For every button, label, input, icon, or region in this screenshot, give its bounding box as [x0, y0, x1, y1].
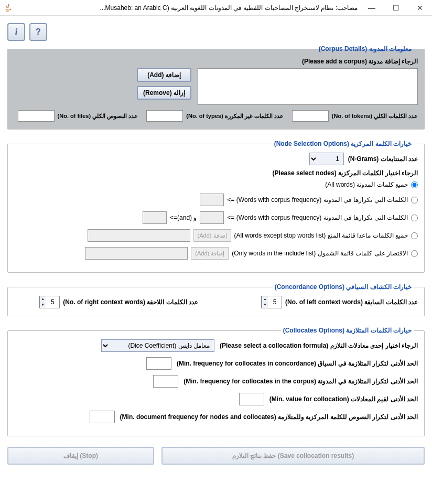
- ngrams-select[interactable]: 1: [309, 153, 344, 165]
- include-add-button[interactable]: إضافة (Add): [191, 247, 229, 260]
- include-path-input[interactable]: [85, 247, 188, 260]
- maximize-button[interactable]: ☐: [384, 0, 408, 16]
- min-conc-label: الحد الأدنى لتكرار المتلازمة في السياق (…: [177, 360, 418, 367]
- chevron-up-icon[interactable]: ▲: [262, 296, 268, 302]
- formula-label: الرجاء اختيار إحدى معادلات التلازم (Plea…: [220, 342, 418, 349]
- help-button[interactable]: ?: [29, 23, 47, 41]
- conc-legend: خيارات الكشاف السياقي (Concordance Optio…: [273, 283, 414, 291]
- chevron-down-icon[interactable]: ▼: [40, 302, 46, 308]
- left-context-input[interactable]: [268, 296, 282, 308]
- collocates-group: خيارات الكلمات المتلازمة (Collocates Opt…: [7, 327, 425, 436]
- tokens-label: عدد الكلمات الكلي (No. of tokens): [332, 113, 418, 120]
- window-title: مصاحب: نظام لاستخراج المصاحبات اللفظية ف…: [17, 4, 360, 12]
- please-select-nodes-label: الرجاء اختيار الكلمات المركزية (Please s…: [273, 169, 418, 177]
- left-context-label: عدد الكلمات السابقة (No. of left context…: [285, 298, 418, 306]
- freq1-input[interactable]: [200, 194, 224, 206]
- coll-legend: خيارات الكلمات المتلازمة (Collocates Opt…: [281, 327, 414, 334]
- corpus-legend: معلومات المدونة (Corpus Details): [317, 45, 414, 52]
- titlebar: مصاحب: نظام لاستخراج المصاحبات اللفظية ف…: [0, 0, 432, 16]
- min-doc-label: الحد الأدنى لتكرار النصوص للكلمة المركزي…: [120, 413, 418, 421]
- right-context-label: عدد الكلمات اللاحقة (No. of right contex…: [63, 298, 198, 306]
- min-conc-input[interactable]: [146, 357, 171, 370]
- files-field[interactable]: [18, 110, 55, 122]
- chevron-up-icon[interactable]: ▲: [40, 296, 46, 302]
- help-icon: ?: [36, 27, 41, 37]
- radio-freq2-label-a: الكلمات التي تكرارها في المدونة (Words w…: [227, 214, 408, 221]
- radio-stopwords-label: جميع الكلمات ماعدا قائمة المنع (All word…: [234, 232, 408, 239]
- add-corpus-button[interactable]: إضافة (Add): [137, 68, 191, 82]
- types-label: عدد الكلمات غير المكررة (No. of types): [186, 113, 284, 120]
- stopwords-add-button[interactable]: إضافة (Add): [193, 229, 231, 242]
- radio-freq1[interactable]: [411, 197, 418, 203]
- concordance-group: خيارات الكشاف السياقي (Concordance Optio…: [7, 283, 425, 316]
- radio-all-words[interactable]: [411, 181, 418, 188]
- types-field[interactable]: [146, 110, 183, 122]
- close-button[interactable]: ✕: [408, 0, 432, 16]
- left-context-spinner[interactable]: ▲▼: [261, 296, 282, 308]
- node-legend: خيارات الكلمة المركزية (Node Selection O…: [272, 140, 414, 147]
- files-label: عدد النصوص الكلي (No. of files): [58, 113, 138, 120]
- minimize-button[interactable]: —: [360, 0, 384, 16]
- info-icon: i: [15, 27, 17, 37]
- chevron-down-icon[interactable]: ▼: [262, 302, 268, 308]
- java-icon: [4, 4, 13, 12]
- min-corpus-input[interactable]: [153, 375, 178, 388]
- radio-include-label: الاقتصار على كلمات قائمة الشمول (Only wo…: [232, 250, 408, 257]
- node-selection-group: خيارات الكلمة المركزية (Node Selection O…: [7, 140, 425, 273]
- formula-select[interactable]: معامل دايس (Dice Coefficient): [101, 339, 214, 352]
- stopwords-path-input[interactable]: [88, 229, 190, 242]
- info-button[interactable]: i: [7, 23, 25, 41]
- remove-corpus-button[interactable]: إزالة (Remove): [137, 86, 191, 100]
- min-value-label: الحد الأدنى لقيم المعادلات (Min. value f…: [269, 395, 418, 403]
- radio-freq2[interactable]: [411, 215, 418, 221]
- freq2-input-a[interactable]: [200, 211, 224, 224]
- ngrams-label: عدد المتتابعات (N-Grams): [348, 155, 418, 163]
- right-context-input[interactable]: [46, 296, 59, 308]
- min-value-input[interactable]: [239, 393, 264, 405]
- radio-freq1-label: الكلمات التي تكرارها في المدونة (Words w…: [227, 196, 408, 203]
- stop-button[interactable]: إيقاف (Stop): [7, 447, 154, 465]
- min-corpus-label: الحد الأدنى لتكرار المتلازمة في المدونة …: [183, 378, 418, 385]
- corpus-details-group: معلومات المدونة (Corpus Details) الرجاء …: [7, 45, 425, 130]
- right-context-spinner[interactable]: ▲▼: [39, 296, 60, 308]
- save-results-button[interactable]: حفظ نتائج التلازم (Save collocation resu…: [161, 447, 425, 465]
- please-add-label: الرجاء إضافة مدونة (Please add a corpus): [137, 58, 418, 65]
- corpus-file-list[interactable]: [198, 68, 418, 105]
- radio-freq2-label-and: و (and)=>: [170, 214, 197, 221]
- toolbar: i ?: [7, 23, 425, 41]
- radio-include[interactable]: [411, 250, 418, 257]
- radio-all-words-label: جميع كلمات المدونة (All words): [325, 181, 408, 188]
- tokens-field[interactable]: [292, 110, 329, 122]
- min-doc-input[interactable]: [90, 411, 115, 423]
- freq2-input-b[interactable]: [143, 211, 167, 224]
- radio-stopwords[interactable]: [411, 232, 418, 239]
